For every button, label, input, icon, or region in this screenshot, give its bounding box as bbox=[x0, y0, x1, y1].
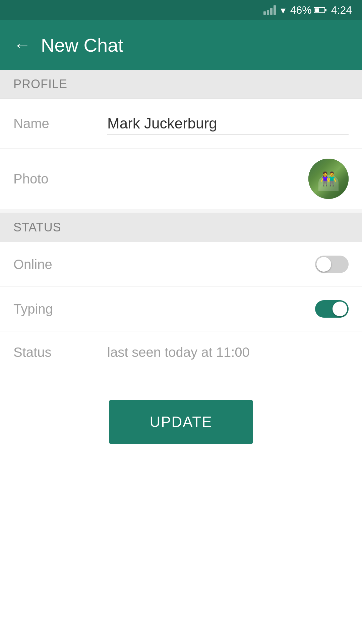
status-value: last seen today at 11:00 bbox=[107, 345, 250, 360]
content-area: Name Photo bbox=[0, 99, 362, 209]
status-section-header: STATUS bbox=[0, 213, 362, 242]
spacer bbox=[0, 457, 362, 644]
typing-row: Typing bbox=[0, 287, 362, 331]
back-button[interactable]: ← bbox=[13, 36, 31, 54]
battery-container: 46% bbox=[290, 4, 326, 16]
typing-toggle-thumb bbox=[333, 302, 347, 316]
name-row: Name bbox=[0, 99, 362, 149]
battery-icon bbox=[314, 7, 326, 13]
clock: 4:24 bbox=[331, 4, 352, 16]
status-row: Status last seen today at 11:00 bbox=[0, 331, 362, 373]
status-label: Status bbox=[13, 345, 107, 360]
online-toggle[interactable] bbox=[315, 256, 349, 273]
online-toggle-switch[interactable] bbox=[315, 256, 349, 273]
signal-icon bbox=[263, 5, 276, 15]
name-label: Name bbox=[13, 116, 107, 131]
typing-toggle-switch[interactable] bbox=[315, 300, 349, 318]
online-toggle-thumb bbox=[316, 257, 331, 272]
avatar[interactable] bbox=[308, 159, 349, 199]
status-content: Online Typing Status last seen today at … bbox=[0, 242, 362, 644]
status-section-label: STATUS bbox=[13, 220, 61, 234]
profile-section-label: PROFILE bbox=[13, 77, 67, 91]
profile-section-header: PROFILE bbox=[0, 70, 362, 99]
online-row: Online bbox=[0, 242, 362, 287]
battery-percentage: 46% bbox=[290, 4, 312, 16]
wifi-icon: ▾ bbox=[281, 4, 286, 16]
button-container: UPDATE bbox=[0, 373, 362, 457]
status-bar: ▾ 46% 4:24 bbox=[0, 0, 362, 20]
typing-label: Typing bbox=[13, 302, 107, 317]
photo-label: Photo bbox=[13, 171, 107, 186]
update-button[interactable]: UPDATE bbox=[109, 400, 252, 444]
app-bar: ← New Chat bbox=[0, 20, 362, 70]
typing-toggle[interactable] bbox=[315, 300, 349, 318]
name-input[interactable] bbox=[107, 112, 349, 135]
page-title: New Chat bbox=[41, 34, 123, 56]
photo-row: Photo bbox=[0, 149, 362, 209]
online-label: Online bbox=[13, 257, 107, 272]
avatar-image bbox=[308, 159, 349, 199]
status-icons: ▾ 46% 4:24 bbox=[263, 4, 352, 16]
